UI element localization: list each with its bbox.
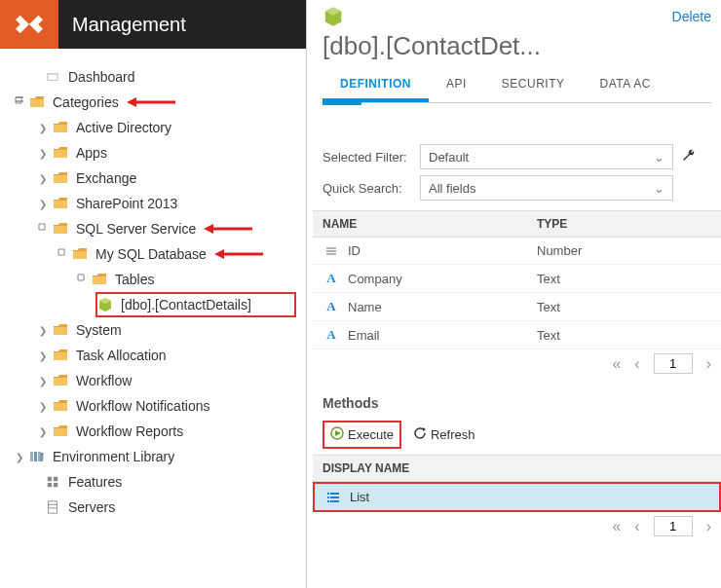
svg-marker-5 — [204, 224, 213, 234]
tree-tables[interactable]: Tables — [10, 267, 296, 292]
tree-label: My SQL Database — [95, 246, 207, 262]
text-icon: A — [323, 299, 340, 314]
tab-security[interactable]: SECURITY — [484, 69, 583, 102]
pager-page-input[interactable] — [654, 516, 693, 536]
svg-rect-20 — [327, 496, 329, 498]
folder-icon — [53, 373, 68, 388]
collapse-icon[interactable] — [76, 274, 88, 285]
library-icon — [29, 449, 45, 464]
delete-link[interactable]: Delete — [672, 9, 711, 24]
tree-exchange[interactable]: ❯ Exchange — [10, 165, 296, 191]
svg-marker-17 — [423, 427, 426, 431]
svg-rect-9 — [34, 452, 37, 461]
refresh-button[interactable]: Refresh — [413, 426, 475, 443]
methods-heading: Methods — [323, 395, 711, 411]
tree-env-library[interactable]: ❯ Environment Library — [10, 444, 296, 469]
chevron-right-icon[interactable]: ❯ — [37, 123, 49, 133]
method-name: List — [350, 490, 369, 504]
tree-servers[interactable]: Servers — [10, 495, 296, 520]
tree-wf-notifications[interactable]: ❯ Workflow Notifications — [10, 393, 296, 419]
methods-row-list[interactable]: List — [313, 482, 721, 512]
tree-label: Dashboard — [68, 69, 135, 85]
tree-active-directory[interactable]: ❯ Active Directory — [10, 115, 296, 140]
tab-data-access[interactable]: DATA AC — [583, 69, 668, 102]
smartobject-icon — [323, 6, 344, 27]
chevron-right-icon[interactable]: ❯ — [37, 401, 49, 412]
col-header-type[interactable]: TYPE — [527, 211, 721, 237]
tree-features[interactable]: Features — [10, 469, 296, 495]
tree-sql-server-service[interactable]: SQL Server Service — [10, 216, 296, 241]
red-arrow-icon — [214, 248, 263, 260]
smartobject-icon — [97, 297, 113, 312]
chevron-right-icon[interactable]: ❯ — [37, 325, 49, 336]
refresh-label: Refresh — [431, 427, 475, 442]
chevron-right-icon[interactable]: ❯ — [37, 199, 49, 209]
svg-rect-22 — [327, 500, 329, 502]
fields-pager: « ‹ › — [313, 349, 721, 378]
pager-prev-button[interactable]: ‹ — [634, 355, 639, 373]
table-row[interactable]: AEmail Text — [313, 321, 721, 349]
wrench-icon[interactable] — [681, 148, 697, 166]
pager-first-button[interactable]: « — [612, 518, 621, 535]
pager-prev-button[interactable]: ‹ — [634, 518, 639, 535]
table-row[interactable]: AName Text — [313, 293, 721, 321]
tree-label: System — [76, 322, 122, 338]
tree-my-sql-database[interactable]: My SQL Database — [10, 241, 296, 267]
tree-label: Features — [68, 474, 122, 490]
quick-search-dropdown[interactable]: All fields ⌄ — [420, 175, 673, 201]
folder-icon — [53, 221, 68, 237]
tree-sharepoint[interactable]: ❯ SharePoint 2013 — [10, 191, 296, 216]
chevron-right-icon[interactable]: ❯ — [37, 350, 49, 361]
collapse-icon[interactable] — [37, 223, 49, 235]
tree-label: SQL Server Service — [76, 221, 196, 237]
pager-first-button[interactable]: « — [612, 355, 621, 373]
tree-apps[interactable]: ❯ Apps — [10, 140, 296, 165]
tab-definition[interactable]: DEFINITION — [323, 69, 429, 102]
chevron-right-icon[interactable]: ❯ — [37, 376, 49, 386]
tree-contactdetails[interactable]: [dbo].[ContactDetails] — [95, 292, 296, 317]
chevron-right-icon[interactable]: ❯ — [14, 452, 25, 462]
execute-label: Execute — [348, 427, 394, 442]
tree-label: Task Allocation — [76, 348, 167, 363]
selected-filter-dropdown[interactable]: Default ⌄ — [420, 144, 673, 169]
tree-label: Workflow Reports — [76, 423, 183, 439]
col-header-name[interactable]: NAME — [313, 211, 527, 237]
svg-rect-23 — [330, 500, 339, 502]
tree-dashboard[interactable]: Dashboard — [10, 64, 296, 90]
tree-system[interactable]: ❯ System — [10, 317, 296, 343]
app-title: Management — [72, 14, 186, 36]
table-row[interactable]: ID Number — [313, 238, 721, 265]
tree-label: [dbo].[ContactDetails] — [121, 297, 251, 312]
folder-icon — [53, 145, 68, 161]
chevron-right-icon[interactable]: ❯ — [37, 148, 49, 159]
tree-wf-reports[interactable]: ❯ Workflow Reports — [10, 419, 296, 444]
folder-icon — [53, 322, 68, 338]
field-name: Email — [348, 328, 380, 343]
tree-workflow[interactable]: ❯ Workflow — [10, 368, 296, 393]
quick-search-label: Quick Search: — [323, 181, 420, 196]
collapse-icon[interactable] — [57, 248, 68, 260]
pager-next-button[interactable]: › — [706, 518, 711, 535]
folder-icon — [72, 246, 88, 262]
chevron-right-icon[interactable]: ❯ — [37, 426, 49, 437]
chevron-right-icon[interactable]: ❯ — [37, 173, 49, 184]
table-row[interactable]: ACompany Text — [313, 265, 721, 293]
tree-label: Exchange — [76, 170, 136, 186]
tree-label: Environment Library — [53, 449, 174, 464]
tree-categories[interactable]: Categories — [10, 90, 296, 115]
sidebar: Management Dashboard Categories ❯ — [0, 0, 307, 588]
methods-pager: « ‹ › — [313, 512, 721, 540]
tree-label: Workflow Notifications — [76, 398, 209, 414]
field-name: Company — [348, 272, 402, 286]
svg-marker-16 — [335, 430, 341, 436]
svg-rect-8 — [30, 452, 33, 461]
execute-button[interactable]: Execute — [330, 426, 394, 443]
tree-label: Categories — [53, 94, 119, 110]
text-icon: A — [323, 327, 340, 343]
tab-api[interactable]: API — [429, 69, 484, 102]
methods-col-header[interactable]: DISPLAY NAME — [313, 455, 721, 482]
pager-page-input[interactable] — [654, 353, 693, 374]
tree-task-allocation[interactable]: ❯ Task Allocation — [10, 343, 296, 368]
pager-next-button[interactable]: › — [706, 355, 711, 373]
collapse-icon[interactable] — [14, 96, 25, 108]
